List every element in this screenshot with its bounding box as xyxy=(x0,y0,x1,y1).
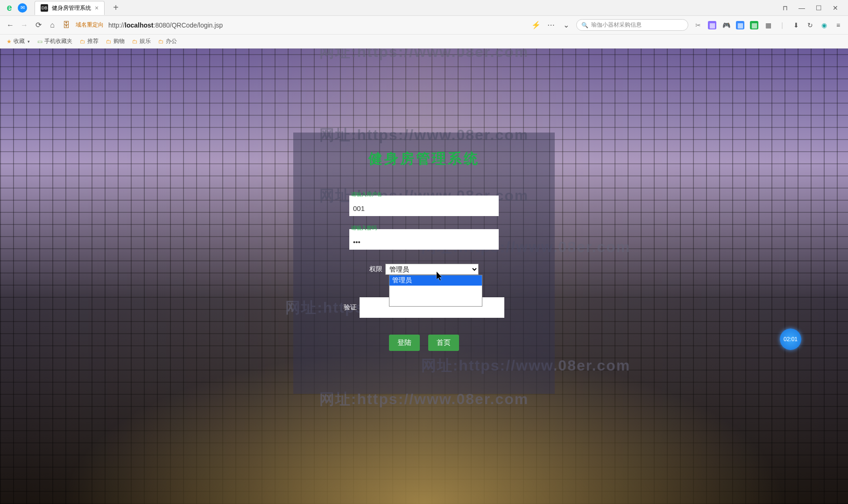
new-tab-button[interactable]: + xyxy=(113,2,119,13)
role-label: 权限 xyxy=(369,265,382,273)
login-button[interactable]: 登陆 xyxy=(389,335,420,351)
search-placeholder: 瑜伽小器材采购信息 xyxy=(591,21,642,29)
more-icon[interactable]: ⋯ xyxy=(546,21,556,30)
ext3-icon[interactable]: ▦ xyxy=(736,21,744,29)
url-redirect-label: 域名重定向 xyxy=(76,21,104,29)
role-option-admin[interactable]: 管理员 xyxy=(389,275,482,286)
folder-office[interactable]: 🗀办公 xyxy=(158,37,177,45)
password-field-wrap: 请输入密码 xyxy=(349,229,499,250)
password-input[interactable] xyxy=(349,229,499,250)
folder-icon: 🗀 xyxy=(80,38,85,45)
username-field-wrap: 请输入用户名 xyxy=(349,196,499,216)
mobile-icon: ▭ xyxy=(37,38,42,45)
role-option-user[interactable]: 注册用户 xyxy=(389,296,482,306)
window-titlebar: e ✉ DB 健身房管理系统 × + ⊓ — ☐ ✕ xyxy=(0,0,848,16)
star-icon: ★ xyxy=(7,38,12,45)
floating-timer-badge[interactable]: 02:01 xyxy=(780,329,801,350)
message-icon[interactable]: ✉ xyxy=(18,3,27,13)
flash-icon[interactable]: ⚡ xyxy=(531,21,541,30)
reload-icon[interactable]: ⟳ xyxy=(34,21,43,30)
folder-recommend[interactable]: 🗀推荐 xyxy=(80,37,99,45)
folder-icon: 🗀 xyxy=(106,38,112,45)
window-close-icon[interactable]: ✕ xyxy=(831,4,840,12)
briefcase-icon[interactable]: 🗄 xyxy=(62,21,71,30)
folder-entertain[interactable]: 🗀娱乐 xyxy=(132,37,151,45)
grid-icon[interactable]: ▦ xyxy=(764,21,772,29)
captcha-label: 验证 xyxy=(344,303,357,312)
back-icon[interactable]: ← xyxy=(6,21,15,30)
window-minimize-icon[interactable]: — xyxy=(798,4,806,12)
username-label: 请输入用户名 xyxy=(351,191,382,198)
login-panel: 健身房管理系统 请输入用户名 请输入密码 权限 管理员 管理员 教练 注册用户 … xyxy=(293,133,555,394)
tab-title: 健身房管理系统 xyxy=(52,4,91,12)
search-icon: 🔍 xyxy=(581,22,588,28)
ext1-icon[interactable]: ▦ xyxy=(708,21,716,29)
url-field[interactable]: 域名重定向 http://localhost:8080/QRCode/login… xyxy=(76,21,527,29)
favorites-button[interactable]: ★收藏▾ xyxy=(7,37,30,45)
mobile-favorites[interactable]: ▭手机收藏夹 xyxy=(37,37,72,45)
folder-icon: 🗀 xyxy=(158,38,164,45)
window-action-icon[interactable]: ⊓ xyxy=(781,4,789,12)
chevron-down-icon[interactable]: ⌄ xyxy=(561,21,571,30)
ext4-icon[interactable]: ▦ xyxy=(750,21,758,29)
role-select[interactable]: 管理员 xyxy=(385,264,479,275)
tab-favicon-icon: DB xyxy=(41,4,48,12)
role-option-coach[interactable]: 教练 xyxy=(389,286,482,296)
refresh2-icon[interactable]: ↻ xyxy=(806,21,814,29)
browser-logo-icon: e xyxy=(5,3,14,13)
globe-icon[interactable]: ◉ xyxy=(820,21,828,29)
password-label: 请输入密码 xyxy=(351,224,377,231)
address-bar: ← → ⟳ ⌂ 🗄 域名重定向 http://localhost:8080/QR… xyxy=(0,16,848,35)
scissors-icon[interactable]: ✂ xyxy=(694,21,702,29)
role-dropdown: 管理员 教练 注册用户 xyxy=(389,275,482,307)
menu-icon[interactable]: ≡ xyxy=(834,21,842,29)
role-row: 权限 管理员 管理员 教练 注册用户 xyxy=(369,264,479,275)
url-text: http://localhost:8080/QRCode/login.jsp xyxy=(108,21,223,29)
ext2-icon[interactable]: 🎮 xyxy=(722,21,730,29)
username-input[interactable] xyxy=(349,196,499,216)
forward-icon[interactable]: → xyxy=(20,21,29,30)
folder-icon: 🗀 xyxy=(132,38,138,45)
home-icon[interactable]: ⌂ xyxy=(48,21,57,30)
download-icon[interactable]: ⬇ xyxy=(792,21,800,29)
search-input[interactable]: 🔍 瑜伽小器材采购信息 xyxy=(576,19,688,31)
tab-close-icon[interactable]: × xyxy=(95,4,99,12)
button-row: 登陆 首页 xyxy=(389,335,459,351)
browser-tab[interactable]: DB 健身房管理系统 × xyxy=(35,1,105,15)
watermark-text: 网址:https://www.08er.com xyxy=(319,49,529,63)
login-title: 健身房管理系统 xyxy=(368,149,480,168)
home-button[interactable]: 首页 xyxy=(428,335,459,351)
chevron-down-icon: ▾ xyxy=(28,39,30,44)
page-content: 网址:https://www.08er.com 网址:https://www.0… xyxy=(0,49,848,504)
window-maximize-icon[interactable]: ☐ xyxy=(814,4,823,12)
bookmarks-bar: ★收藏▾ ▭手机收藏夹 🗀推荐 🗀购物 🗀娱乐 🗀办公 xyxy=(0,35,848,49)
folder-shopping[interactable]: 🗀购物 xyxy=(106,37,125,45)
